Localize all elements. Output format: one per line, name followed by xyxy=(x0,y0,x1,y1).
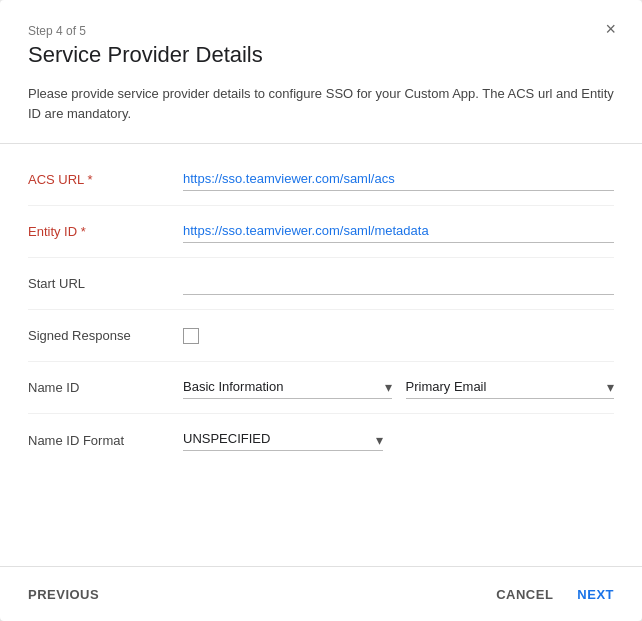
name-id-format-select-wrapper: UNSPECIFIED EMAIL PERSISTENT TRANSIENT ▾ xyxy=(183,429,383,451)
name-id-selects: Basic Information Email Username ▾ Prima… xyxy=(183,377,614,399)
footer-right: CANCEL NEXT xyxy=(496,587,614,602)
dialog-footer: PREVIOUS CANCEL NEXT xyxy=(0,566,642,621)
next-button[interactable]: NEXT xyxy=(577,587,614,602)
name-id-format-label: Name ID Format xyxy=(28,433,183,448)
start-url-value xyxy=(183,273,614,295)
dialog-title: Service Provider Details xyxy=(28,42,614,68)
form-body: ACS URL * Entity ID * Start URL Signed R… xyxy=(0,144,642,566)
step-label: Step 4 of 5 xyxy=(28,24,614,38)
name-id-first-select-wrapper: Basic Information Email Username ▾ xyxy=(183,377,392,399)
name-id-second-select-wrapper: Primary Email Secondary Email ▾ xyxy=(406,377,615,399)
signed-response-label: Signed Response xyxy=(28,328,183,343)
acs-url-label: ACS URL * xyxy=(28,172,183,187)
start-url-input[interactable] xyxy=(183,273,614,295)
cancel-button[interactable]: CANCEL xyxy=(496,587,553,602)
entity-id-input[interactable] xyxy=(183,221,614,243)
name-id-second-select[interactable]: Primary Email Secondary Email xyxy=(406,377,615,398)
entity-id-row: Entity ID * xyxy=(28,206,614,258)
description-text: Please provide service provider details … xyxy=(0,84,642,144)
signed-response-row: Signed Response xyxy=(28,310,614,362)
footer-left: PREVIOUS xyxy=(28,585,99,603)
start-url-row: Start URL xyxy=(28,258,614,310)
entity-id-value xyxy=(183,221,614,243)
acs-url-value xyxy=(183,169,614,191)
name-id-row: Name ID Basic Information Email Username… xyxy=(28,362,614,414)
acs-url-input[interactable] xyxy=(183,169,614,191)
name-id-label: Name ID xyxy=(28,380,183,395)
signed-response-checkbox[interactable] xyxy=(183,328,199,344)
signed-response-value xyxy=(183,328,614,344)
start-url-label: Start URL xyxy=(28,276,183,291)
previous-button[interactable]: PREVIOUS xyxy=(28,587,99,602)
entity-id-label: Entity ID * xyxy=(28,224,183,239)
close-button[interactable]: × xyxy=(599,18,622,40)
dialog: Step 4 of 5 Service Provider Details × P… xyxy=(0,0,642,621)
name-id-format-row: Name ID Format UNSPECIFIED EMAIL PERSIST… xyxy=(28,414,614,466)
acs-url-row: ACS URL * xyxy=(28,154,614,206)
dialog-header: Step 4 of 5 Service Provider Details × xyxy=(0,0,642,84)
name-id-format-select[interactable]: UNSPECIFIED EMAIL PERSISTENT TRANSIENT xyxy=(183,429,383,450)
name-id-first-select[interactable]: Basic Information Email Username xyxy=(183,377,392,398)
